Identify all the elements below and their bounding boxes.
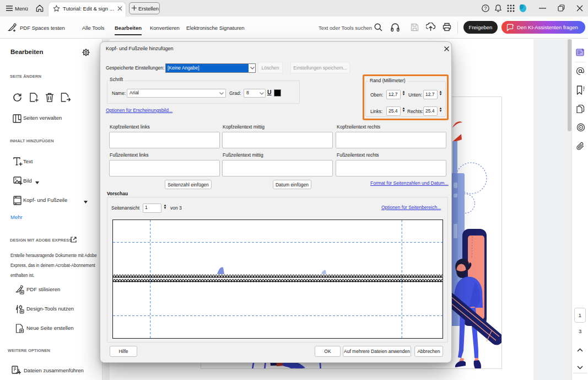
svg-text:?: ?: [484, 6, 487, 11]
